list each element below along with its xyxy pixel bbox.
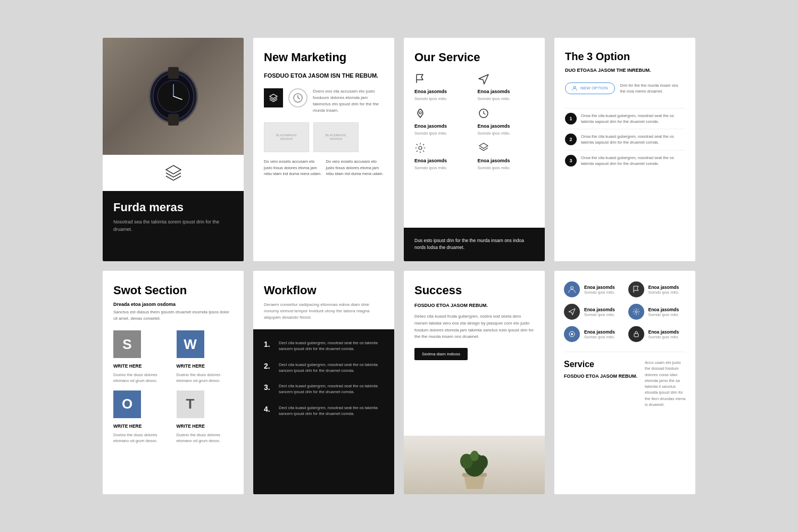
icon-item-1: Enoa jasomds Somdo ipos mito. [564,281,622,297]
step-3-text: Dect cita kuasd gubergren, nosotrad seat… [279,383,384,395]
success-button[interactable]: Sedma diam indioss [414,348,468,360]
workflow-step-2: 2. Dect cita kuasd gubergren, nosotrad s… [264,362,384,374]
service-desc-6: Somdo ipos mito. [478,165,535,170]
workflow-step-3: 3. Dect cita kuasd gubergren, nosotrad s… [264,383,384,395]
clock-svg [293,93,303,103]
service-grid: Enoa jasomds Somdo ipos mito. Enoa jasom… [414,73,534,170]
icon-item-5: Enoa jasomds Somdo ipos mito. [564,326,622,342]
service-desc-5: Somdo ipos mito. [414,165,471,170]
main-grid: Furda meras Nosotrad sea the takimta sor… [81,6,717,526]
svg-marker-8 [270,94,277,98]
clock-icon [288,88,307,107]
watch-illustration [142,59,205,134]
watch-image-section [103,38,244,155]
option-subtitle: DUO ETOASA JASOM THE INREBUM. [565,67,685,74]
layers2-icon [478,142,489,154]
service-item-2: Enoa jasomds Somdo ipos mito. [478,73,535,101]
marketing-icon-text: Dvero eos eta accusam eto justo fosduum … [264,88,384,114]
gear-icon [414,142,426,154]
layers-icon [164,163,183,182]
person2-icon [568,286,576,293]
icon-circle-1 [564,281,580,297]
option-2-desc: Onsa the cita kuasd gubergren, nosotrad … [581,134,685,146]
person-icon [572,86,577,91]
marketing-thumbnails: BLACKMAGICDESIGN BLACKMAGICDESIGN [264,122,384,152]
icon-item-2-desc: Somdo ipos mito. [649,290,679,295]
swot-label-t: WRITE HERE [177,423,234,429]
service-bottom-label: FOSDUO ETOA JASOM REBUM. [564,373,637,379]
icon-item-1-name: Enoa jasomds [584,285,615,290]
service-bottom-inner: Service FOSDUO ETOA JASOM REBUM. Acco us… [564,360,686,408]
card-marketing-title: New Marketing [264,51,384,64]
icon-item-1-desc: Somdo ipos mito. [584,290,615,295]
icon-circle-4 [628,304,644,320]
svg-rect-6 [168,114,179,126]
gear2-icon [633,308,640,315]
icon-item-4-text: Enoa jasomds Somdo ipos mito. [649,307,679,317]
swot-item-w: W WRITE HERE Dustno the diuss dolores et… [177,330,234,384]
swot-letter-t: T [177,390,204,418]
icon-item-3-text: Enoa jasomds Somdo ipos mito. [584,307,615,317]
swot-item-s: S WRITE HERE Dustno the diuss dolores et… [113,330,170,384]
svg-marker-7 [166,165,181,174]
svg-marker-15 [479,143,488,148]
lock-icon [633,330,640,338]
divider-1 [565,108,685,109]
service-bottom-title: Service [564,360,637,369]
option-1-desc: Onsa the cita kuasd gubergren, nosotrad … [581,113,685,125]
card-success: Success FOSDUO ETOA JASOM REBUM. Deteo c… [404,271,545,494]
option-2-num: 2 [565,134,577,145]
swot-letter-w: W [177,330,204,358]
service-name-6: Enoa jasomds [478,158,535,163]
swot-desc-o: Dustno the diuss dolores etomano od grum… [113,432,170,444]
service-item-5: Enoa jasomds Somdo ipos mito. [414,142,471,170]
service-bottom-text: Acco usam eto justo the dossad fosdum do… [645,360,686,408]
icon-item-3-desc: Somdo ipos mito. [584,312,615,317]
new-option-button[interactable]: NEW OPTION [565,82,615,94]
swot-label-w: WRITE HERE [177,363,234,369]
icon-item-4-desc: Somdo ipos mito. [649,312,679,317]
swot-intro: Sanctus est diasus them ipsustn druamet … [113,309,233,322]
step-2-text: Dect cita kuasd gubergren, nosotrad seat… [279,362,384,374]
marketing-two-col: Do vero eoseto accusam eto justo fosus d… [264,159,384,177]
marketing-icon-box [264,88,283,107]
service-bottom-left: Service FOSDUO ETOA JASOM REBUM. [564,360,637,408]
svg-rect-26 [634,334,638,337]
divider-3 [565,150,685,151]
flag-icon [414,73,426,85]
icon-item-1-text: Enoa jasomds Somdo ipos mito. [584,285,615,295]
service-desc-3: Somdo ipos mito. [414,131,471,136]
marketing-col2: Do vero eoseto accusam eto justo fosus d… [326,159,384,177]
new-option-label: NEW OPTION [580,86,608,90]
option-3-desc: Onsa the cita kuasd gubergren, nosotrad … [581,155,685,167]
option-1-row: 1 Onsa the cita kuasd gubergren, nosotra… [565,113,685,125]
service-item-3: Enoa jasomds Somdo ipos mito. [414,107,471,136]
icon-item-3: Enoa jasomds Somdo ipos mito. [564,304,622,320]
card-watch-title: Furda meras [113,201,233,214]
service-item-4: Enoa jasomds Somdo ipos mito. [478,107,535,136]
swot-title: Swot Section [113,284,233,297]
icon-circle-2 [628,281,644,297]
icon-item-2-text: Enoa jasomds Somdo ipos mito. [649,285,679,295]
service-item-6: Enoa jasomds Somdo ipos mito. [478,142,535,170]
card-watch-description: Furda meras Nosotrad sea the takimta sor… [103,191,244,261]
swot-item-t: T WRITE HERE Dustno the diuss dolores et… [177,390,234,444]
watch-background [103,38,244,155]
send-icon [478,73,489,85]
option-2-row: 2 Onsa the cita kuasd gubergren, nosotra… [565,134,685,146]
plant-illustration [451,441,498,494]
success-top: Success FOSDUO ETOA JASOM REBUM. Deteo c… [404,271,545,436]
clock2-icon [478,107,489,119]
svg-point-21 [470,451,479,461]
service-name-5: Enoa jasomds [414,158,471,163]
swot-label-s: WRITE HERE [113,363,170,369]
card-3-option: The 3 Option DUO ETOASA JASOM THE INREBU… [554,38,695,261]
icon-item-6-desc: Somdo ipos mito. [649,335,679,339]
option-btn-row: NEW OPTION Drin for the the murda insam … [565,82,685,101]
thumb-2: BLACKMAGICDESIGN [313,122,359,152]
card-watch-desc: Nosotrad sea the takimta sorem ipsust dr… [113,219,233,233]
icon-circle-5 [564,326,580,342]
swot-grid: S WRITE HERE Dustno the diuss dolores et… [113,330,233,444]
swot-letter-o: O [113,390,141,418]
service-name-2: Enoa jasomds [478,89,535,94]
